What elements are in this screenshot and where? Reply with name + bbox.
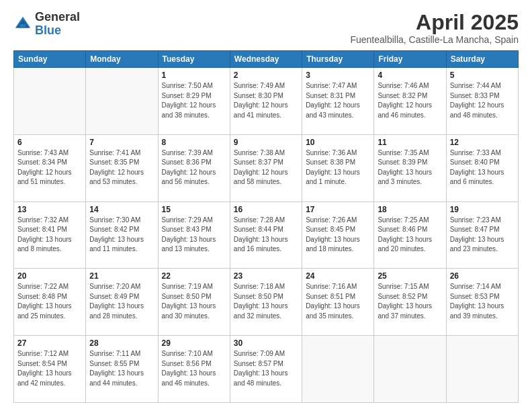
calendar-cell: 2Sunrise: 7:49 AMSunset: 8:30 PMDaylight… — [230, 68, 302, 135]
day-info: Sunrise: 7:09 AMSunset: 8:57 PMDaylight:… — [234, 349, 298, 388]
day-info: Sunrise: 7:19 AMSunset: 8:50 PMDaylight:… — [162, 282, 226, 321]
day-number: 30 — [234, 338, 298, 348]
day-info: Sunrise: 7:33 AMSunset: 8:40 PMDaylight:… — [450, 148, 515, 187]
calendar-cell: 11Sunrise: 7:35 AMSunset: 8:39 PMDayligh… — [374, 134, 446, 201]
calendar-cell: 23Sunrise: 7:18 AMSunset: 8:50 PMDayligh… — [230, 269, 302, 336]
day-info: Sunrise: 7:43 AMSunset: 8:34 PMDaylight:… — [17, 148, 82, 187]
main-title: April 2025 — [350, 11, 519, 34]
calendar-cell: 21Sunrise: 7:20 AMSunset: 8:49 PMDayligh… — [86, 269, 158, 336]
day-info: Sunrise: 7:23 AMSunset: 8:47 PMDaylight:… — [450, 216, 515, 255]
day-number: 29 — [162, 338, 226, 348]
day-info: Sunrise: 7:35 AMSunset: 8:39 PMDaylight:… — [378, 148, 442, 187]
day-number: 21 — [89, 271, 154, 281]
day-number: 26 — [450, 271, 515, 281]
day-number: 8 — [162, 138, 226, 147]
day-number: 12 — [450, 138, 515, 147]
day-number: 27 — [17, 338, 82, 348]
day-number: 24 — [306, 271, 370, 281]
day-info: Sunrise: 7:49 AMSunset: 8:30 PMDaylight:… — [234, 81, 298, 120]
day-number: 18 — [378, 205, 442, 214]
day-info: Sunrise: 7:15 AMSunset: 8:52 PMDaylight:… — [378, 282, 442, 321]
calendar-cell: 18Sunrise: 7:25 AMSunset: 8:46 PMDayligh… — [374, 201, 446, 269]
day-info: Sunrise: 7:46 AMSunset: 8:32 PMDaylight:… — [378, 81, 442, 120]
calendar-cell: 25Sunrise: 7:15 AMSunset: 8:52 PMDayligh… — [374, 269, 446, 336]
week-row-5: 27Sunrise: 7:12 AMSunset: 8:54 PMDayligh… — [14, 336, 519, 403]
day-number: 6 — [17, 138, 82, 147]
day-number: 5 — [450, 71, 515, 80]
day-number: 19 — [450, 205, 515, 214]
week-row-1: 1Sunrise: 7:50 AMSunset: 8:29 PMDaylight… — [14, 68, 519, 135]
weekday-header-friday: Friday — [374, 51, 446, 68]
calendar-cell: 1Sunrise: 7:50 AMSunset: 8:29 PMDaylight… — [158, 68, 230, 135]
day-number: 10 — [306, 138, 370, 147]
day-info: Sunrise: 7:39 AMSunset: 8:36 PMDaylight:… — [162, 148, 226, 187]
weekday-header-thursday: Thursday — [302, 51, 374, 68]
calendar-cell: 15Sunrise: 7:29 AMSunset: 8:43 PMDayligh… — [158, 201, 230, 269]
day-number: 16 — [234, 205, 298, 214]
calendar-cell: 14Sunrise: 7:30 AMSunset: 8:42 PMDayligh… — [86, 201, 158, 269]
day-info: Sunrise: 7:20 AMSunset: 8:49 PMDaylight:… — [89, 282, 154, 321]
day-info: Sunrise: 7:50 AMSunset: 8:29 PMDaylight:… — [162, 81, 226, 120]
calendar-table: SundayMondayTuesdayWednesdayThursdayFrid… — [13, 50, 519, 403]
logo-general: General — [35, 11, 80, 24]
calendar-cell: 27Sunrise: 7:12 AMSunset: 8:54 PMDayligh… — [14, 336, 86, 403]
day-number: 15 — [162, 205, 226, 214]
week-row-4: 20Sunrise: 7:22 AMSunset: 8:48 PMDayligh… — [14, 269, 519, 336]
day-info: Sunrise: 7:18 AMSunset: 8:50 PMDaylight:… — [234, 282, 298, 321]
day-info: Sunrise: 7:11 AMSunset: 8:55 PMDaylight:… — [89, 349, 154, 388]
day-number: 28 — [89, 338, 154, 348]
calendar-page: General Blue April 2025 Fuentealbilla, C… — [0, 0, 532, 411]
weekday-header-row: SundayMondayTuesdayWednesdayThursdayFrid… — [14, 51, 519, 68]
calendar-cell — [14, 68, 86, 135]
day-number: 22 — [162, 271, 226, 281]
day-number: 2 — [234, 71, 298, 80]
calendar-cell: 10Sunrise: 7:36 AMSunset: 8:38 PMDayligh… — [302, 134, 374, 201]
calendar-cell: 28Sunrise: 7:11 AMSunset: 8:55 PMDayligh… — [86, 336, 158, 403]
calendar-cell: 16Sunrise: 7:28 AMSunset: 8:44 PMDayligh… — [230, 201, 302, 269]
logo-blue: Blue — [35, 24, 80, 38]
day-number: 11 — [378, 138, 442, 147]
calendar-cell: 13Sunrise: 7:32 AMSunset: 8:41 PMDayligh… — [14, 201, 86, 269]
calendar-cell — [86, 68, 158, 135]
day-info: Sunrise: 7:14 AMSunset: 8:53 PMDaylight:… — [450, 282, 515, 321]
calendar-cell: 26Sunrise: 7:14 AMSunset: 8:53 PMDayligh… — [446, 269, 518, 336]
calendar-cell: 19Sunrise: 7:23 AMSunset: 8:47 PMDayligh… — [446, 201, 518, 269]
day-info: Sunrise: 7:38 AMSunset: 8:37 PMDaylight:… — [234, 148, 298, 187]
svg-rect-2 — [20, 24, 26, 28]
day-number: 13 — [17, 205, 82, 214]
calendar-cell: 6Sunrise: 7:43 AMSunset: 8:34 PMDaylight… — [14, 134, 86, 201]
calendar-cell: 3Sunrise: 7:47 AMSunset: 8:31 PMDaylight… — [302, 68, 374, 135]
calendar-cell: 30Sunrise: 7:09 AMSunset: 8:57 PMDayligh… — [230, 336, 302, 403]
day-number: 3 — [306, 71, 370, 80]
day-info: Sunrise: 7:12 AMSunset: 8:54 PMDaylight:… — [17, 349, 82, 388]
weekday-header-monday: Monday — [86, 51, 158, 68]
weekday-header-tuesday: Tuesday — [158, 51, 230, 68]
day-info: Sunrise: 7:26 AMSunset: 8:45 PMDaylight:… — [306, 216, 370, 255]
day-info: Sunrise: 7:32 AMSunset: 8:41 PMDaylight:… — [17, 216, 82, 255]
calendar-cell: 12Sunrise: 7:33 AMSunset: 8:40 PMDayligh… — [446, 134, 518, 201]
subtitle: Fuentealbilla, Castille-La Mancha, Spain — [350, 34, 519, 45]
week-row-3: 13Sunrise: 7:32 AMSunset: 8:41 PMDayligh… — [14, 201, 519, 269]
calendar-cell — [374, 336, 446, 403]
logo: General Blue — [13, 11, 80, 38]
calendar-cell: 20Sunrise: 7:22 AMSunset: 8:48 PMDayligh… — [14, 269, 86, 336]
calendar-cell: 4Sunrise: 7:46 AMSunset: 8:32 PMDaylight… — [374, 68, 446, 135]
calendar-cell: 8Sunrise: 7:39 AMSunset: 8:36 PMDaylight… — [158, 134, 230, 201]
calendar-cell: 24Sunrise: 7:16 AMSunset: 8:51 PMDayligh… — [302, 269, 374, 336]
logo-icon — [13, 15, 32, 34]
day-number: 14 — [89, 205, 154, 214]
day-number: 25 — [378, 271, 442, 281]
weekday-header-sunday: Sunday — [14, 51, 86, 68]
day-number: 7 — [89, 138, 154, 147]
day-number: 23 — [234, 271, 298, 281]
day-info: Sunrise: 7:36 AMSunset: 8:38 PMDaylight:… — [306, 148, 370, 187]
day-number: 4 — [378, 71, 442, 80]
header: General Blue April 2025 Fuentealbilla, C… — [13, 11, 519, 45]
day-info: Sunrise: 7:28 AMSunset: 8:44 PMDaylight:… — [234, 216, 298, 255]
calendar-cell — [446, 336, 518, 403]
day-info: Sunrise: 7:30 AMSunset: 8:42 PMDaylight:… — [89, 216, 154, 255]
title-block: April 2025 Fuentealbilla, Castille-La Ma… — [350, 11, 519, 45]
calendar-cell: 7Sunrise: 7:41 AMSunset: 8:35 PMDaylight… — [86, 134, 158, 201]
calendar-cell: 17Sunrise: 7:26 AMSunset: 8:45 PMDayligh… — [302, 201, 374, 269]
week-row-2: 6Sunrise: 7:43 AMSunset: 8:34 PMDaylight… — [14, 134, 519, 201]
